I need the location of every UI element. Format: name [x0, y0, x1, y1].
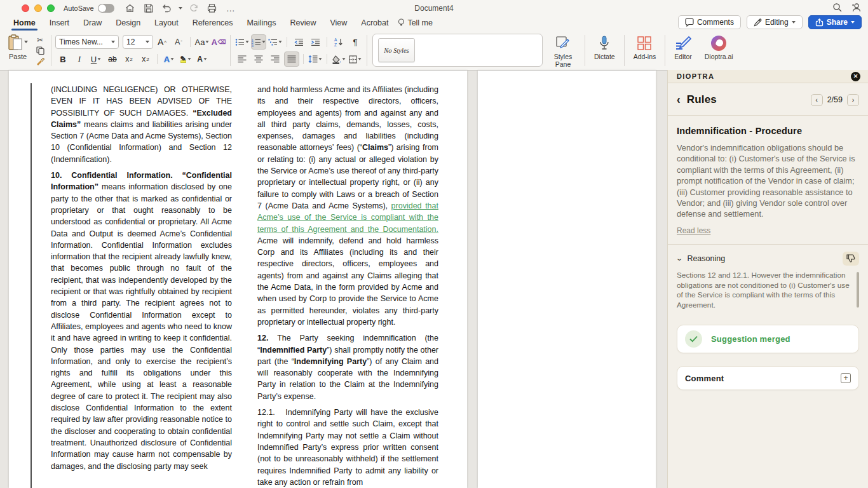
tab-references[interactable]: References	[186, 17, 240, 30]
panel-title: DIOPTRA	[677, 72, 714, 80]
prev-rule-button[interactable]: ‹	[811, 94, 823, 106]
tab-design[interactable]: Design	[109, 17, 147, 30]
strikethrough-button[interactable]: ab	[105, 51, 120, 67]
doc-paragraph[interactable]: (INCLUDING NEGLIGENCE) OR OTHERWISE, EVE…	[51, 84, 232, 165]
justify-button[interactable]	[284, 51, 299, 67]
rule-title: Indemnification - Procedure	[677, 126, 859, 136]
decrease-indent-icon	[294, 38, 304, 46]
numbering-button[interactable]: 123	[251, 34, 266, 50]
redo-icon	[187, 2, 201, 15]
autosave-toggle[interactable]	[98, 4, 114, 13]
subscript-button[interactable]: x2	[121, 51, 137, 67]
contact-icon[interactable]	[851, 3, 860, 15]
ribbon-home: Paste ✂ Times New... 12 A^ Aˇ Aa A⌫ B I …	[0, 30, 868, 71]
doc-paragraph[interactable]: 10. Confidential Information. “Confident…	[51, 170, 232, 472]
undo-icon[interactable]	[160, 2, 174, 15]
shading-button[interactable]	[331, 51, 346, 67]
panel-scrollbar[interactable]	[857, 272, 859, 308]
style-chip-no-styles[interactable]: No Styles	[378, 38, 415, 62]
shrink-font-button[interactable]: Aˇ	[171, 34, 186, 50]
align-left-icon	[238, 55, 247, 63]
document-page-2[interactable]	[478, 71, 656, 488]
tab-review[interactable]: Review	[283, 17, 323, 30]
dictate-button[interactable]: Dictate	[589, 33, 620, 68]
cut-icon[interactable]: ✂	[33, 34, 47, 45]
close-window-button[interactable]	[22, 4, 29, 12]
addins-button[interactable]: Add-ins	[628, 33, 661, 68]
thumbs-down-button[interactable]	[843, 252, 859, 266]
comments-button[interactable]: Comments	[678, 15, 741, 29]
tab-draw[interactable]: Draw	[76, 17, 109, 30]
font-color-button[interactable]: A	[194, 51, 210, 67]
line-spacing-button[interactable]	[308, 51, 323, 67]
change-case-button[interactable]: Aa	[194, 34, 210, 50]
document-page-1[interactable]: (INCLUDING NEGLIGENCE) OR OTHERWISE, EVE…	[9, 71, 467, 488]
comment-box[interactable]: Comment +	[677, 366, 859, 390]
multilevel-list-button[interactable]	[268, 34, 283, 50]
decrease-indent-button[interactable]	[291, 34, 306, 50]
font-name-combo[interactable]: Times New...	[55, 35, 119, 49]
italic-button[interactable]: I	[72, 51, 87, 67]
dioptra-addin-button[interactable]: Dioptra.ai	[700, 33, 738, 68]
search-icon[interactable]	[832, 3, 842, 15]
next-rule-button[interactable]: ›	[847, 94, 859, 106]
panel-section-title: Rules	[687, 93, 717, 106]
paste-button[interactable]: Paste	[4, 33, 32, 60]
align-left-button[interactable]	[234, 51, 250, 67]
tab-view[interactable]: View	[323, 17, 354, 30]
doc-paragraph[interactable]: 12. The Party seeking indemnification (t…	[257, 332, 438, 402]
tab-acrobat[interactable]: Acrobat	[354, 17, 395, 30]
show-marks-button[interactable]: ¶	[348, 34, 363, 50]
text-effects-button[interactable]: A	[161, 51, 177, 67]
font-size-combo[interactable]: 12	[123, 35, 153, 49]
more-commands-icon[interactable]: …	[224, 2, 238, 15]
clipboard-icon	[8, 34, 22, 51]
bullets-button[interactable]	[234, 34, 250, 50]
tab-insert[interactable]: Insert	[43, 17, 76, 30]
paint-bucket-icon	[332, 55, 341, 64]
zoom-window-button[interactable]	[47, 4, 55, 12]
increase-indent-button[interactable]	[308, 34, 323, 50]
svg-text:Z: Z	[334, 43, 337, 47]
styles-pane-button[interactable]: Styles Pane	[545, 33, 581, 68]
add-comment-icon[interactable]: +	[841, 373, 851, 383]
save-icon[interactable]	[142, 2, 156, 15]
panel-close-icon[interactable]: ✕	[851, 72, 860, 81]
doc-paragraph[interactable]: and hold harmless Acme and its Affiliate…	[257, 84, 438, 328]
editor-button[interactable]: Editor	[669, 33, 696, 68]
align-right-button[interactable]	[268, 51, 283, 67]
tell-me-button[interactable]: Tell me	[395, 17, 438, 30]
minimize-window-button[interactable]	[34, 4, 42, 12]
format-painter-icon[interactable]	[33, 56, 47, 67]
bold-button[interactable]: B	[55, 51, 71, 67]
tab-home[interactable]: Home	[6, 17, 43, 30]
window-titlebar: AutoSave … Document4	[0, 0, 868, 17]
home-icon[interactable]	[123, 2, 137, 15]
editing-mode-button[interactable]: Editing	[747, 15, 803, 29]
dioptra-panel: DIOPTRA ✕ ‹ Rules ‹ 2/59 › Indemnificati…	[667, 70, 868, 488]
reasoning-label[interactable]: Reasoning	[687, 254, 725, 263]
tab-mailings[interactable]: Mailings	[240, 17, 283, 30]
print-icon[interactable]	[205, 2, 219, 15]
read-less-link[interactable]: Read less	[677, 226, 710, 235]
borders-button[interactable]	[348, 51, 363, 67]
dioptra-logo-icon	[711, 36, 726, 51]
grow-font-button[interactable]: A^	[154, 34, 170, 50]
sort-button[interactable]: AZ	[331, 34, 346, 50]
align-center-button[interactable]	[251, 51, 266, 67]
styles-pane-icon	[555, 36, 571, 51]
copy-icon[interactable]	[33, 45, 47, 56]
share-button[interactable]: Share	[808, 15, 862, 29]
doc-paragraph[interactable]: 12.1. Indemnifying Party will have the e…	[257, 407, 438, 488]
back-chevron-icon[interactable]: ‹	[677, 92, 681, 107]
clear-formatting-button[interactable]: A⌫	[211, 34, 226, 50]
underline-button[interactable]: U	[88, 51, 104, 67]
align-right-icon	[271, 55, 280, 63]
chevron-down-icon[interactable]: ⌄	[675, 255, 683, 262]
borders-icon	[349, 55, 357, 64]
undo-dropdown-icon[interactable]	[179, 7, 182, 10]
superscript-button[interactable]: x2	[138, 51, 153, 67]
tab-layout[interactable]: Layout	[147, 17, 186, 30]
highlight-button[interactable]: ✎	[178, 51, 193, 67]
pencil-icon	[754, 18, 762, 27]
